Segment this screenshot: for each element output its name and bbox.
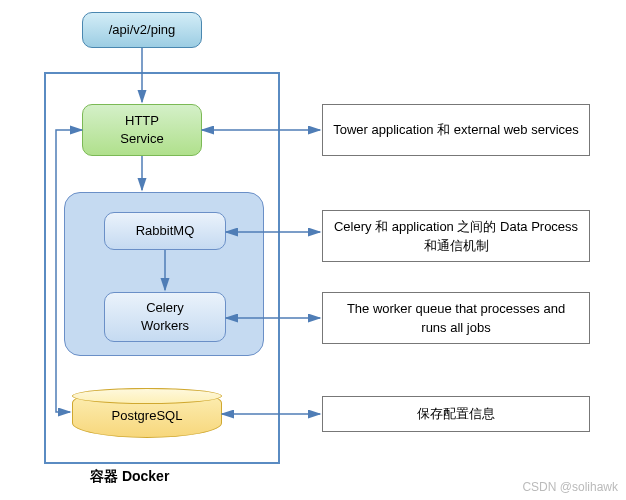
celery-description-text: The worker queue that processes and runs…: [333, 299, 579, 338]
celery-label: Celery Workers: [141, 299, 189, 335]
rabbitmq-node: RabbitMQ: [104, 212, 226, 250]
postgres-node: PostgreSQL: [72, 388, 222, 438]
rabbitmq-description: Celery 和 application 之间的 Data Process 和通…: [322, 210, 590, 262]
http-service-node: HTTP Service: [82, 104, 202, 156]
celery-node: Celery Workers: [104, 292, 226, 342]
http-description: Tower application 和 external web service…: [322, 104, 590, 156]
architecture-diagram: /api/v2/ping 容器 Docker HTTP Service Rabb…: [0, 0, 626, 500]
http-description-text: Tower application 和 external web service…: [333, 120, 579, 140]
postgres-description-text: 保存配置信息: [417, 404, 495, 424]
postgres-label: PostgreSQL: [112, 408, 183, 423]
watermark: CSDN @solihawk: [522, 480, 618, 494]
docker-container-label: 容器 Docker: [90, 468, 169, 486]
celery-description: The worker queue that processes and runs…: [322, 292, 590, 344]
rabbitmq-label: RabbitMQ: [136, 222, 195, 240]
api-ping-label: /api/v2/ping: [109, 21, 176, 39]
api-ping-node: /api/v2/ping: [82, 12, 202, 48]
http-service-label: HTTP Service: [120, 112, 163, 148]
rabbitmq-description-text: Celery 和 application 之间的 Data Process 和通…: [333, 217, 579, 256]
postgres-description: 保存配置信息: [322, 396, 590, 432]
